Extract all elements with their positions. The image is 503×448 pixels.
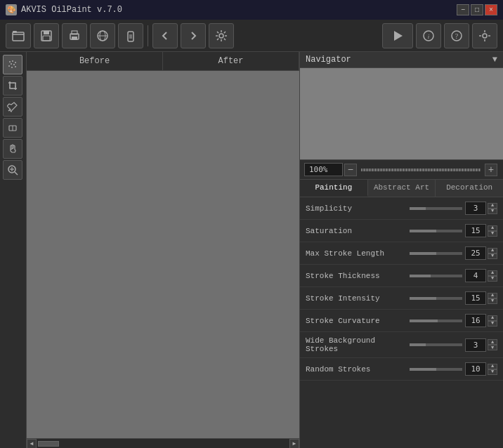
svg-rect-7 [72, 37, 77, 40]
tab-after[interactable]: After [163, 52, 299, 70]
svg-point-39 [15, 66, 16, 67]
navigator-section: Navigator ▼ − + [300, 52, 503, 180]
param-spinner-6: ▲ ▼ [488, 339, 497, 350]
param-spin-down-4[interactable]: ▼ [488, 298, 497, 304]
zoom-slider[interactable] [361, 169, 481, 171]
erase-button[interactable] [118, 23, 143, 48]
crop-tool-button[interactable] [3, 76, 22, 95]
crop-icon [7, 80, 18, 91]
save-button[interactable] [34, 23, 59, 48]
info-button[interactable]: i [416, 23, 441, 48]
tab-decoration[interactable]: Decoration [436, 180, 503, 197]
param-spin-up-6[interactable]: ▲ [488, 339, 497, 345]
share-icon [96, 29, 110, 43]
param-slider-wrap-2 [410, 248, 462, 259]
help-icon: ? [451, 30, 462, 41]
navigator-collapse-icon[interactable]: ▼ [492, 55, 497, 65]
svg-point-37 [8, 65, 10, 67]
svg-point-35 [11, 63, 12, 65]
param-spin-down-7[interactable]: ▼ [488, 369, 497, 375]
param-slider-wrap-6 [410, 339, 462, 350]
param-value-3[interactable] [465, 269, 486, 282]
param-value-5[interactable] [465, 314, 486, 327]
spray-icon [7, 59, 18, 70]
param-row: Max Stroke Length ▲ ▼ [300, 242, 503, 265]
param-label-4: Stroke Intensity [306, 294, 410, 303]
hand-tool-button[interactable] [3, 139, 22, 159]
param-slider-bg-5[interactable] [410, 319, 462, 322]
svg-point-34 [15, 62, 16, 63]
param-slider-fill-2 [410, 252, 436, 255]
minimize-button[interactable]: − [457, 4, 469, 15]
tools-panel [0, 52, 27, 448]
eyedropper-tool-button[interactable] [3, 97, 22, 117]
spray-tool-button[interactable] [3, 55, 22, 74]
horizontal-scrollbar[interactable]: ◀ ▶ [27, 438, 299, 448]
tab-painting[interactable]: Painting [300, 180, 368, 197]
svg-line-41 [8, 110, 10, 111]
svg-rect-40 [10, 83, 15, 88]
param-value-4[interactable] [465, 291, 486, 305]
zoom-plus-button[interactable]: + [485, 164, 497, 176]
param-value-0[interactable] [465, 202, 486, 215]
open-icon [11, 29, 25, 43]
back-button[interactable] [152, 23, 178, 48]
help-button[interactable]: ? [444, 23, 469, 48]
param-value-1[interactable] [465, 224, 486, 237]
param-spin-down-5[interactable]: ▼ [488, 321, 497, 327]
zoom-input[interactable] [304, 163, 343, 176]
tab-abstract-art[interactable]: Abstract Art [368, 180, 436, 197]
param-row: Stroke Intensity ▲ ▼ [300, 287, 503, 310]
svg-line-19 [224, 38, 226, 39]
param-slider-bg-4[interactable] [410, 297, 462, 300]
app-title: AKVIS OilPaint v.7.0 [21, 5, 455, 15]
param-spin-down-0[interactable]: ▼ [488, 209, 497, 214]
scroll-left-button[interactable]: ◀ [27, 439, 37, 449]
param-slider-bg-6[interactable] [410, 343, 462, 346]
run-button[interactable] [382, 23, 413, 48]
param-spinner-0: ▲ ▼ [488, 203, 497, 214]
param-spin-down-2[interactable]: ▼ [488, 253, 497, 259]
eyedropper-icon [7, 101, 18, 112]
param-value-6[interactable] [465, 338, 486, 352]
param-label-7: Random Strokes [306, 365, 410, 374]
param-slider-bg-7[interactable] [410, 368, 462, 371]
hand-icon [7, 143, 18, 154]
param-slider-fill-3 [410, 275, 431, 277]
param-slider-bg-3[interactable] [410, 275, 462, 277]
param-row: Saturation ▲ ▼ [300, 220, 503, 242]
param-spinner-2: ▲ ▼ [488, 248, 497, 259]
eraser-tool-button[interactable] [3, 118, 22, 138]
print-button[interactable] [62, 23, 87, 48]
param-spin-down-1[interactable]: ▼ [488, 231, 497, 237]
zoom-minus-button[interactable]: − [344, 164, 357, 176]
options-icon [478, 29, 491, 42]
open-button[interactable] [6, 23, 31, 48]
param-slider-bg-0[interactable] [410, 207, 462, 210]
scroll-thumb[interactable] [38, 441, 59, 447]
canvas-area: Before After ◀ ▶ [27, 52, 299, 448]
zoom-tool-button[interactable] [3, 160, 22, 180]
canvas-viewport[interactable] [27, 71, 299, 438]
navigator-header: Navigator ▼ [300, 52, 503, 68]
scroll-right-button[interactable]: ▶ [289, 439, 299, 449]
tab-before[interactable]: Before [27, 52, 163, 70]
param-value-7[interactable] [465, 362, 486, 376]
param-spin-down-6[interactable]: ▼ [488, 345, 497, 350]
param-slider-bg-1[interactable] [410, 230, 462, 232]
svg-line-21 [217, 38, 218, 39]
param-slider-bg-2[interactable] [410, 252, 462, 255]
forward-button[interactable] [181, 23, 206, 48]
share-button[interactable] [90, 23, 115, 48]
options-button[interactable] [472, 23, 497, 48]
svg-marker-22 [394, 31, 403, 41]
close-button[interactable]: × [485, 4, 497, 15]
svg-text:?: ? [455, 32, 459, 40]
maximize-button[interactable]: □ [471, 4, 483, 15]
settings-button[interactable] [209, 23, 234, 48]
scroll-track[interactable] [38, 441, 288, 447]
param-row: Simplicity ▲ ▼ [300, 197, 503, 220]
param-spin-down-3[interactable]: ▼ [488, 276, 497, 282]
param-value-2[interactable] [465, 246, 486, 260]
param-slider-fill-1 [410, 230, 436, 232]
